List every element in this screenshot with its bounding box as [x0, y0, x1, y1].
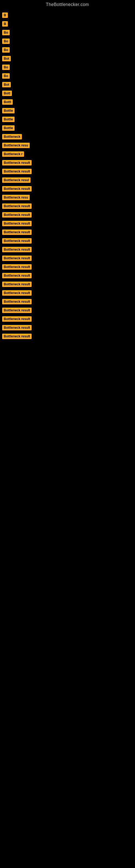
badge-row: Bottleneck result: [2, 167, 135, 176]
badge-row: Bot: [2, 80, 135, 89]
bottleneck-badge: Bo: [2, 38, 10, 44]
bottleneck-badge: Bottleneck result: [2, 204, 32, 209]
bottleneck-badge: Bottleneck r: [2, 151, 24, 157]
bottleneck-badge: Bottleneck result: [2, 186, 32, 191]
badge-row: Bottleneck result: [2, 228, 135, 237]
bottleneck-badge: Bo: [2, 65, 10, 70]
badge-row: Bottleneck result: [2, 158, 135, 167]
bottleneck-badge: Bot: [2, 82, 11, 87]
badge-row: Bottleneck result: [2, 289, 135, 297]
badge-row: Bottle: [2, 115, 135, 124]
bottleneck-badge: Bott: [2, 91, 12, 96]
badge-row: Bottleneck result: [2, 245, 135, 254]
bottleneck-badge: Bottle: [2, 117, 14, 122]
bottleneck-badge: Bottleneck resul: [2, 177, 31, 183]
badge-row: Bo: [2, 63, 135, 72]
badge-row: Bot: [2, 54, 135, 63]
badge-row: B: [2, 20, 135, 28]
badge-row: Bottleneck result: [2, 237, 135, 245]
bottleneck-badge: Bot: [2, 56, 11, 61]
badge-row: Bottleneck result: [2, 280, 135, 289]
badge-row: Bottl: [2, 98, 135, 106]
bottleneck-badge: Bottl: [2, 99, 13, 105]
bottleneck-badge: Bottle: [2, 125, 14, 131]
bottleneck-badge: Bottleneck result: [2, 229, 32, 235]
bottleneck-badge: Bo: [2, 47, 10, 53]
bottleneck-badge: Bottleneck result: [2, 334, 32, 339]
bottleneck-badge: Bo: [2, 73, 10, 79]
bottleneck-badge: Bottleneck result: [2, 212, 32, 218]
bottleneck-badge: Bottleneck result: [2, 238, 32, 244]
bottleneck-badge: Bo: [2, 30, 10, 35]
bottleneck-badge: Bottleneck result: [2, 282, 32, 287]
badge-row: Bottleneck result: [2, 262, 135, 271]
badge-row: Bottleneck r: [2, 150, 135, 158]
badge-row: Bottleneck result: [2, 202, 135, 211]
bottleneck-badge: Bottleneck result: [2, 325, 32, 330]
badge-row: Bott: [2, 89, 135, 98]
badge-row: Bottle: [2, 124, 135, 132]
bottleneck-badge: Bottle: [2, 108, 14, 113]
bottleneck-badge: Bottleneck result: [2, 169, 32, 174]
badge-row: Bottleneck: [2, 132, 135, 141]
badge-row: Bottle: [2, 106, 135, 115]
badge-row: Bottleneck result: [2, 271, 135, 280]
badge-row: Bottleneck resul: [2, 176, 135, 184]
bottleneck-badge: Bottleneck result: [2, 247, 32, 252]
bottleneck-badge: Bottleneck: [2, 134, 22, 140]
badge-row: Bottleneck result: [2, 323, 135, 332]
badge-row: Bottleneck result: [2, 219, 135, 228]
bottleneck-badge: B: [2, 12, 8, 18]
bottleneck-badge: Bottleneck resu: [2, 195, 30, 200]
bottleneck-badge: Bottleneck result: [2, 264, 32, 270]
badge-row: Bottleneck resu: [2, 193, 135, 202]
bottleneck-badge: Bottleneck result: [2, 160, 32, 165]
badge-row: Bottleneck result: [2, 211, 135, 219]
badge-row: Bo: [2, 72, 135, 80]
bottleneck-badge: B: [2, 21, 8, 27]
badge-row: Bottleneck result: [2, 332, 135, 341]
badge-row: Bo: [2, 37, 135, 45]
badge-row: B: [2, 11, 135, 20]
badge-row: Bottleneck resu: [2, 141, 135, 150]
badge-row: Bo: [2, 45, 135, 54]
bottleneck-badge: Bottleneck result: [2, 308, 32, 313]
badge-row: Bottleneck result: [2, 254, 135, 262]
badge-row: Bottleneck result: [2, 297, 135, 306]
badge-row: Bottleneck result: [2, 315, 135, 323]
bottleneck-badge: Bottleneck result: [2, 290, 32, 296]
bottleneck-badge: Bottleneck result: [2, 299, 32, 304]
bottleneck-badge: Bottleneck result: [2, 221, 32, 226]
bottleneck-badge: Bottleneck result: [2, 255, 32, 261]
badge-row: Bo: [2, 28, 135, 37]
site-title: TheBottlenecker.com: [0, 0, 135, 8]
bottleneck-badge: Bottleneck result: [2, 273, 32, 278]
bottleneck-badge: Bottleneck result: [2, 316, 32, 322]
badge-list: BBBoBoBoBotBoBoBotBottBottlBottleBottleB…: [0, 8, 135, 343]
badge-row: Bottleneck result: [2, 306, 135, 315]
bottleneck-badge: Bottleneck resu: [2, 143, 30, 148]
badge-row: Bottleneck result: [2, 184, 135, 193]
